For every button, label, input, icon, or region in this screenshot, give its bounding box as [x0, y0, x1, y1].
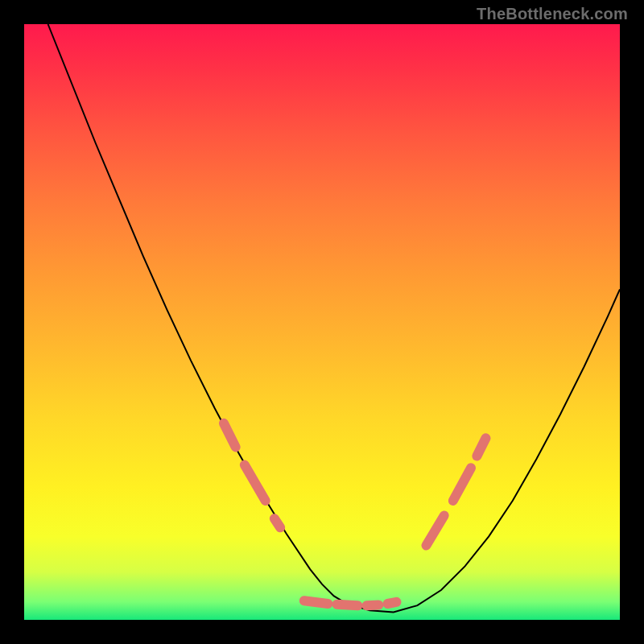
bottleneck-curve	[48, 24, 620, 612]
highlight-segment	[387, 602, 396, 604]
highlight-segment	[367, 605, 379, 606]
chart-svg	[24, 24, 620, 620]
chart-frame: TheBottleneck.com	[0, 0, 644, 644]
highlight-segment	[224, 423, 236, 448]
highlight-segment	[304, 601, 328, 604]
highlight-segment	[453, 468, 471, 501]
highlight-segment	[337, 605, 358, 605]
highlight-segment	[427, 516, 444, 546]
highlight-segment	[275, 518, 280, 527]
highlight-segment	[477, 438, 485, 456]
plot-area	[24, 24, 620, 620]
watermark-text: TheBottleneck.com	[477, 5, 628, 23]
highlight-segment	[245, 465, 266, 501]
